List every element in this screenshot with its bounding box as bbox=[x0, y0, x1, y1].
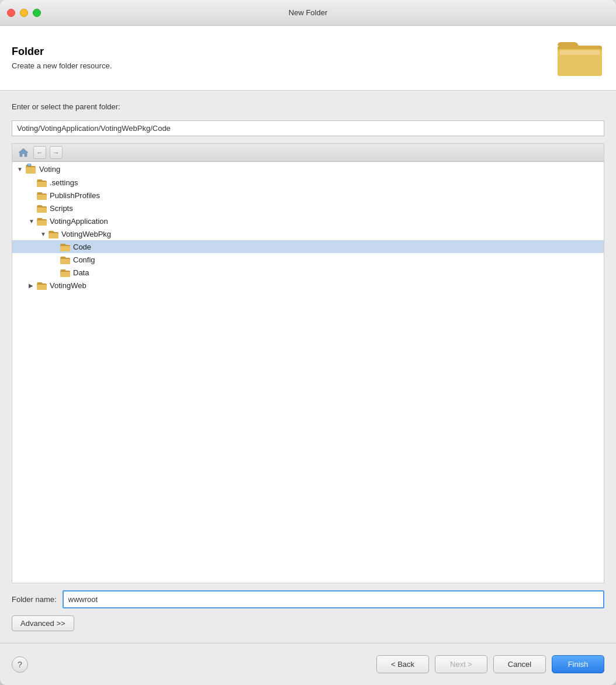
tree-item-code[interactable]: Code bbox=[12, 240, 604, 253]
folder-icon-large bbox=[558, 37, 604, 78]
bottom-bar: ? < Back Next > Cancel Finish bbox=[0, 643, 616, 685]
maximize-button[interactable] bbox=[33, 9, 41, 17]
finish-button[interactable]: Finish bbox=[552, 655, 604, 673]
svg-rect-21 bbox=[60, 259, 70, 264]
tree-label-publishprofiles: PublishProfiles bbox=[50, 191, 100, 200]
tree-label-data: Data bbox=[73, 268, 89, 277]
help-button[interactable]: ? bbox=[12, 656, 28, 673]
title-bar: New Folder bbox=[0, 0, 616, 26]
tree-arrow-votingapplication[interactable]: ▼ bbox=[29, 218, 37, 224]
next-button[interactable]: Next > bbox=[435, 655, 487, 673]
tree-toolbar: ← → bbox=[12, 144, 604, 162]
header-subtitle: Create a new folder resource. bbox=[12, 61, 558, 70]
parent-folder-input[interactable] bbox=[12, 120, 604, 136]
svg-rect-23 bbox=[60, 272, 70, 277]
tree-label-votingweb: VotingWeb bbox=[50, 281, 86, 290]
back-nav-button[interactable]: ← bbox=[33, 146, 46, 159]
tree-label-config: Config bbox=[73, 255, 95, 264]
tree-arrow-voting[interactable]: ▼ bbox=[17, 166, 25, 172]
tree-item-config[interactable]: Config bbox=[12, 253, 604, 266]
tree-panel: ← → ▼ Voting .settings PublishProfiles bbox=[12, 143, 604, 583]
tree-label-scripts: Scripts bbox=[50, 204, 73, 213]
folder-icon-votingapplication bbox=[37, 216, 47, 226]
advanced-section: Advanced >> bbox=[12, 615, 604, 631]
advanced-button[interactable]: Advanced >> bbox=[12, 615, 74, 631]
bottom-buttons: < Back Next > Cancel Finish bbox=[376, 655, 604, 673]
svg-rect-2 bbox=[560, 50, 600, 55]
svg-rect-17 bbox=[49, 233, 58, 238]
tree-label-votingwebpkg: VotingWebPkg bbox=[61, 230, 111, 238]
svg-rect-5 bbox=[26, 167, 36, 174]
tree-item-votingapplication[interactable]: ▼ VotingApplication bbox=[12, 215, 604, 227]
tree-label-votingapplication: VotingApplication bbox=[50, 217, 108, 226]
tree-item-data[interactable]: Data bbox=[12, 266, 604, 279]
tree-item-settings[interactable]: .settings bbox=[12, 176, 604, 189]
svg-rect-19 bbox=[60, 246, 70, 251]
close-button[interactable] bbox=[7, 9, 15, 17]
folder-name-row: Folder name: bbox=[12, 590, 604, 608]
tree-arrow-votingweb[interactable]: ▶ bbox=[29, 282, 37, 289]
header-title: Folder bbox=[12, 46, 558, 58]
cancel-button[interactable]: Cancel bbox=[493, 655, 546, 673]
folder-icon-settings bbox=[37, 178, 47, 187]
forward-nav-button[interactable]: → bbox=[50, 146, 63, 159]
folder-icon-code bbox=[60, 242, 71, 251]
svg-rect-13 bbox=[37, 207, 47, 213]
tree-item-voting[interactable]: ▼ Voting bbox=[12, 162, 604, 176]
folder-icon-votingweb bbox=[37, 281, 47, 290]
header-text: Folder Create a new folder resource. bbox=[12, 46, 558, 70]
tree-arrow-votingwebpkg[interactable]: ▼ bbox=[40, 231, 49, 237]
minimize-button[interactable] bbox=[20, 9, 28, 17]
folder-icon-publishprofiles bbox=[37, 191, 47, 200]
svg-rect-11 bbox=[37, 195, 47, 200]
folder-icon-votingwebpkg bbox=[49, 229, 59, 238]
window-title: New Folder bbox=[289, 8, 327, 17]
home-button[interactable] bbox=[17, 146, 30, 159]
tree-label-code: Code bbox=[73, 243, 91, 251]
tree-label-voting: Voting bbox=[39, 165, 60, 174]
traffic-lights bbox=[7, 9, 41, 17]
folder-icon-voting bbox=[25, 164, 37, 174]
folder-icon-config bbox=[60, 255, 71, 264]
svg-rect-7 bbox=[28, 164, 30, 165]
tree-item-publishprofiles[interactable]: PublishProfiles bbox=[12, 189, 604, 202]
folder-icon-data bbox=[60, 268, 71, 277]
svg-rect-15 bbox=[37, 220, 47, 226]
folder-name-input[interactable] bbox=[63, 590, 604, 608]
svg-rect-9 bbox=[37, 182, 47, 187]
tree-label-settings: .settings bbox=[50, 178, 78, 187]
svg-rect-25 bbox=[37, 285, 47, 290]
tree-body: ▼ Voting .settings PublishProfiles Scrip… bbox=[12, 162, 604, 583]
tree-item-scripts[interactable]: Scripts bbox=[12, 202, 604, 215]
tree-item-votingweb[interactable]: ▶ VotingWeb bbox=[12, 279, 604, 292]
parent-folder-label: Enter or select the parent folder: bbox=[12, 102, 604, 111]
folder-name-label: Folder name: bbox=[12, 595, 57, 604]
svg-marker-3 bbox=[19, 148, 28, 157]
header-section: Folder Create a new folder resource. bbox=[0, 26, 616, 91]
back-button[interactable]: < Back bbox=[376, 655, 429, 673]
folder-icon-scripts bbox=[37, 203, 47, 213]
tree-item-votingwebpkg[interactable]: ▼ VotingWebPkg bbox=[12, 227, 604, 240]
main-content: Enter or select the parent folder: ← → ▼… bbox=[0, 91, 616, 643]
